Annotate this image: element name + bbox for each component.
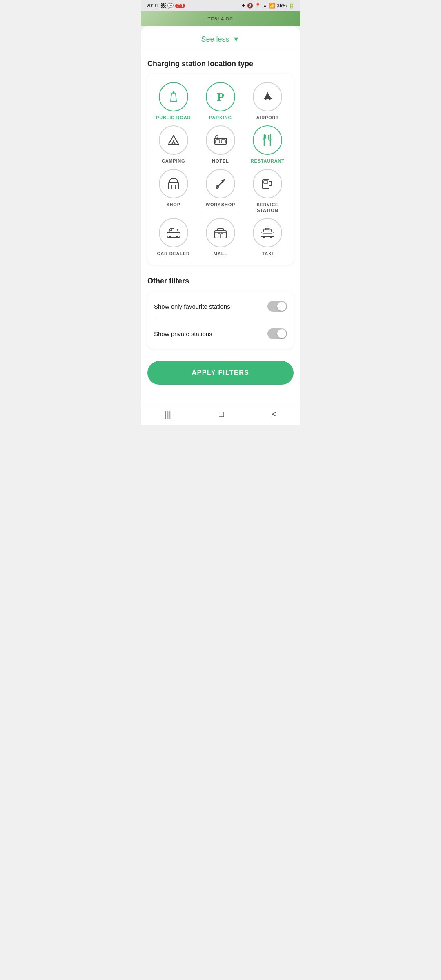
- location-item-camping[interactable]: CAMPING: [151, 125, 195, 164]
- status-right: ✦ 🔇 📍 ▲ 📶 36% 🔋: [241, 3, 294, 9]
- mall-icon-circle: [206, 218, 235, 247]
- battery-icon: 🔋: [288, 3, 294, 9]
- nav-menu-icon[interactable]: |||: [165, 410, 171, 419]
- location-item-service-station[interactable]: SERVICE STATION: [246, 169, 290, 214]
- svg-rect-20: [218, 234, 220, 238]
- see-less-container: See less ▼: [141, 26, 300, 51]
- parking-label: PARKING: [209, 115, 232, 120]
- map-area: TESLA DC: [141, 11, 300, 26]
- svg-rect-3: [221, 140, 225, 143]
- private-filter-toggle[interactable]: [267, 328, 287, 339]
- taxi-label: TAXI: [262, 251, 273, 256]
- service-station-icon-circle: [253, 169, 282, 198]
- hotel-label: HOTEL: [212, 158, 229, 164]
- signal-icon: 📶: [269, 3, 275, 9]
- location-item-mall[interactable]: MALL: [198, 218, 242, 256]
- see-less-button[interactable]: See less ▼: [201, 35, 240, 44]
- location-item-taxi[interactable]: TAXI: [246, 218, 290, 256]
- svg-point-4: [216, 136, 218, 138]
- shop-icon-circle: [159, 169, 188, 198]
- workshop-icon-circle: [206, 169, 235, 198]
- location-item-parking[interactable]: P PARKING: [198, 82, 242, 120]
- location-type-grid-card: PUBLIC ROAD P PARKING AIRPO: [147, 74, 294, 265]
- filters-card: Show only favourite stations Show privat…: [147, 291, 294, 349]
- location-item-hotel[interactable]: HOTEL: [198, 125, 242, 164]
- location-grid: PUBLIC ROAD P PARKING AIRPO: [151, 82, 290, 256]
- restaurant-label: RESTAURANT: [251, 158, 285, 164]
- other-filters-title: Other filters: [147, 277, 294, 285]
- status-bar: 20:11 🖼 💬 711 ✦ 🔇 📍 ▲ 📶 36% 🔋: [141, 0, 300, 11]
- location-item-shop[interactable]: SHOP: [151, 169, 195, 214]
- public-road-label: PUBLIC ROAD: [156, 115, 191, 120]
- charging-section-title: Charging station location type: [147, 60, 294, 68]
- location-item-car-dealer[interactable]: CAR DEALER: [151, 218, 195, 256]
- see-less-label: See less: [201, 35, 229, 44]
- map-label: TESLA DC: [208, 16, 234, 21]
- location-item-workshop[interactable]: WORKSHOP: [198, 169, 242, 214]
- public-road-icon-circle: [159, 82, 188, 111]
- location-item-airport[interactable]: AIRPORT: [246, 82, 290, 120]
- svg-rect-19: [215, 231, 226, 238]
- taxi-icon-circle: [253, 218, 282, 247]
- location-icon: 📍: [255, 3, 261, 9]
- airport-icon-circle: [253, 82, 282, 111]
- svg-point-16: [176, 236, 178, 238]
- svg-rect-8: [168, 183, 179, 189]
- svg-point-15: [169, 236, 171, 238]
- nav-back-icon[interactable]: <: [272, 410, 276, 419]
- whatsapp-icon: 💬: [167, 3, 174, 9]
- hotel-icon-circle: [206, 125, 235, 155]
- svg-rect-2: [216, 140, 220, 143]
- wifi-icon: ▲: [263, 3, 267, 9]
- private-filter-row: Show private stations: [154, 320, 287, 347]
- mute-icon: 🔇: [247, 3, 253, 9]
- camping-label: CAMPING: [162, 158, 185, 164]
- time: 20:11: [147, 3, 159, 9]
- notification-count: 711: [175, 4, 185, 8]
- airport-label: AIRPORT: [256, 115, 279, 120]
- svg-rect-9: [172, 185, 176, 189]
- svg-point-24: [263, 236, 265, 238]
- parking-icon-circle: P: [206, 82, 235, 111]
- svg-rect-12: [264, 181, 268, 183]
- workshop-label: WORKSHOP: [206, 202, 235, 207]
- favourite-filter-label: Show only favourite stations: [154, 303, 230, 310]
- location-item-restaurant[interactable]: RESTAURANT: [246, 125, 290, 164]
- car-dealer-label: CAR DEALER: [157, 251, 190, 256]
- status-left: 20:11 🖼 💬 711: [147, 3, 185, 9]
- service-station-label: SERVICE STATION: [256, 202, 278, 214]
- apply-filters-button[interactable]: APPLY FILTERS: [147, 361, 294, 385]
- private-filter-label: Show private stations: [154, 330, 212, 337]
- camping-icon-circle: [159, 125, 188, 155]
- svg-rect-1: [214, 138, 227, 144]
- photo-icon: 🖼: [161, 3, 166, 9]
- svg-rect-21: [221, 234, 223, 238]
- nav-home-icon[interactable]: □: [219, 410, 224, 419]
- svg-point-25: [270, 236, 272, 238]
- location-item-public-road[interactable]: PUBLIC ROAD: [151, 82, 195, 120]
- car-dealer-icon-circle: [159, 218, 188, 247]
- bluetooth-icon: ✦: [241, 3, 245, 9]
- apply-container: APPLY FILTERS: [141, 353, 300, 397]
- main-panel: See less ▼ Charging station location typ…: [141, 26, 300, 405]
- favourite-filter-row: Show only favourite stations: [154, 293, 287, 320]
- svg-rect-0: [173, 91, 174, 94]
- shop-label: SHOP: [166, 202, 180, 207]
- other-filters-section: Other filters Show only favourite statio…: [141, 269, 300, 353]
- charging-section: Charging station location type PUBLIC RO…: [141, 51, 300, 269]
- chevron-down-icon: ▼: [233, 35, 240, 44]
- bottom-navigation: ||| □ <: [141, 405, 300, 425]
- mall-label: MALL: [214, 251, 227, 256]
- favourite-filter-toggle[interactable]: [267, 301, 287, 312]
- restaurant-icon-circle: [253, 125, 282, 155]
- battery-level: 36%: [277, 3, 287, 9]
